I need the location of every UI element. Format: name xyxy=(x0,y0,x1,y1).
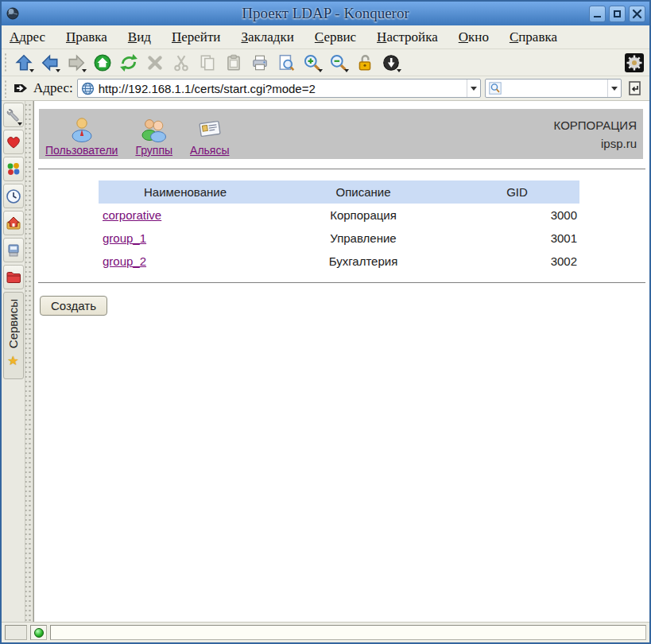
group-description: Управление xyxy=(272,227,455,250)
menu-view[interactable]: Вид xyxy=(128,29,151,45)
statusbar xyxy=(2,622,649,642)
close-icon xyxy=(632,9,642,19)
group-gid: 3000 xyxy=(455,204,579,227)
location-drag-handle[interactable] xyxy=(3,79,8,98)
create-button[interactable]: Создать xyxy=(40,296,107,316)
menu-tools[interactable]: Сервис xyxy=(315,29,356,45)
main-area: Сервисы ★ Пользователи Группы Альясы xyxy=(2,101,649,622)
menu-help[interactable]: Справка xyxy=(510,29,557,45)
url-dropdown-button[interactable] xyxy=(467,80,480,97)
toolbar-drag-handle[interactable] xyxy=(3,52,8,72)
panel-splitter[interactable] xyxy=(25,101,33,622)
statusbar-led-box xyxy=(30,625,47,640)
group-gid: 3002 xyxy=(455,250,579,273)
group-icon xyxy=(141,115,168,142)
red-folder-icon xyxy=(6,270,21,285)
paste-button[interactable] xyxy=(223,52,244,73)
group-link-group-1[interactable]: group_1 xyxy=(103,231,146,245)
divider xyxy=(38,282,645,283)
card-icon xyxy=(196,115,223,142)
maximize-button[interactable] xyxy=(609,6,626,22)
nav-link-aliases[interactable]: Альясы xyxy=(190,115,229,159)
globe-icon xyxy=(81,82,95,95)
sidebar-root-folder-button[interactable] xyxy=(3,265,24,289)
window-globe-icon xyxy=(6,6,20,21)
url-input[interactable]: http://192.168.1.1/certs/start.cgi?mode=… xyxy=(95,82,467,95)
copy-button[interactable] xyxy=(197,52,218,73)
sidebar-bookmarks-button[interactable] xyxy=(3,130,24,154)
group-description: Бухгалтерия xyxy=(272,250,455,273)
url-combobox[interactable]: http://192.168.1.1/certs/start.cgi?mode=… xyxy=(77,79,481,98)
nav-link-users[interactable]: Пользователи xyxy=(45,115,118,159)
search-dropdown-button[interactable] xyxy=(607,80,621,97)
menu-address[interactable]: Адрес xyxy=(10,29,45,45)
print-preview-button[interactable] xyxy=(276,52,296,73)
home-button[interactable] xyxy=(92,52,113,73)
user-icon xyxy=(68,115,95,142)
security-lock-button[interactable] xyxy=(355,52,375,73)
group-link-group-2[interactable]: group_2 xyxy=(103,254,146,268)
dropdown-arrow xyxy=(56,69,60,72)
menu-window[interactable]: Окно xyxy=(459,29,489,45)
table-row: group_2 Бухгалтерия 3002 xyxy=(99,250,579,273)
nav-link-groups[interactable]: Группы xyxy=(135,115,172,159)
table-row: group_1 Управление 3001 xyxy=(99,227,579,250)
address-label: Адрес: xyxy=(33,80,73,96)
chevron-down-icon xyxy=(611,87,618,91)
sidebar-tab-services[interactable]: Сервисы ★ xyxy=(3,292,24,379)
groups-table: Наименование Описание GID corporative Ко… xyxy=(99,180,579,273)
print-button[interactable] xyxy=(250,52,270,73)
device-icon xyxy=(6,242,21,258)
menu-edit[interactable]: Правка xyxy=(66,29,107,45)
heart-icon xyxy=(6,135,21,149)
colored-marks-icon xyxy=(6,161,21,177)
pointer-down-button[interactable] xyxy=(381,52,401,73)
maximize-icon xyxy=(614,10,621,17)
zoom-in-button[interactable] xyxy=(302,52,323,73)
minimize-button[interactable] xyxy=(589,6,606,22)
stop-button[interactable] xyxy=(145,52,165,73)
main-toolbar xyxy=(2,49,649,76)
navigation-panel: Сервисы ★ xyxy=(2,101,25,622)
search-icon xyxy=(489,82,502,95)
menu-go[interactable]: Перейти xyxy=(172,29,221,45)
menubar: Адрес Правка Вид Перейти Закладки Сервис… xyxy=(2,25,649,49)
dropdown-arrow xyxy=(29,69,34,72)
reload-button[interactable] xyxy=(118,52,139,73)
configure-panel-button[interactable] xyxy=(3,103,24,127)
titlebar[interactable]: Проект LDAP - Konqueror xyxy=(2,2,649,25)
group-link-corporative[interactable]: corporative xyxy=(103,208,161,222)
up-button[interactable] xyxy=(14,52,34,73)
sidebar-home-folder-button[interactable] xyxy=(3,211,24,235)
group-description: Корпорация xyxy=(272,204,455,227)
dropdown-arrow xyxy=(397,69,401,72)
table-header-row: Наименование Описание GID xyxy=(99,180,579,204)
home-folder-icon xyxy=(6,215,21,231)
menu-settings[interactable]: Настройка xyxy=(377,29,438,45)
divider xyxy=(38,169,645,169)
cut-button[interactable] xyxy=(171,52,192,73)
column-header-gid: GID xyxy=(455,180,579,204)
services-tab-label: Сервисы xyxy=(6,299,20,348)
forward-button[interactable] xyxy=(66,52,87,73)
konqueror-logo-icon[interactable] xyxy=(624,52,645,73)
close-button[interactable] xyxy=(629,6,645,22)
zoom-out-button[interactable] xyxy=(328,52,349,73)
minimize-icon xyxy=(594,16,601,17)
nav-link-aliases-label: Альясы xyxy=(190,144,229,157)
back-button[interactable] xyxy=(40,52,60,73)
column-header-name: Наименование xyxy=(99,180,272,204)
konqueror-window: Проект LDAP - Konqueror Адрес Правка Вид… xyxy=(0,0,651,644)
search-combobox[interactable] xyxy=(485,79,622,98)
dropdown-arrow xyxy=(344,69,349,72)
sidebar-devices-button[interactable] xyxy=(3,238,24,262)
clear-location-button[interactable] xyxy=(12,80,29,97)
sidebar-history-button[interactable] xyxy=(3,184,24,208)
go-button[interactable] xyxy=(626,79,645,98)
dropdown-arrow xyxy=(82,69,87,72)
menu-bookmarks[interactable]: Закладки xyxy=(241,29,293,45)
nav-link-users-label: Пользователи xyxy=(45,144,118,157)
sidebar-history-marks-button[interactable] xyxy=(3,157,24,181)
statusbar-panel-box xyxy=(5,625,27,640)
dropdown-arrow xyxy=(318,69,323,72)
